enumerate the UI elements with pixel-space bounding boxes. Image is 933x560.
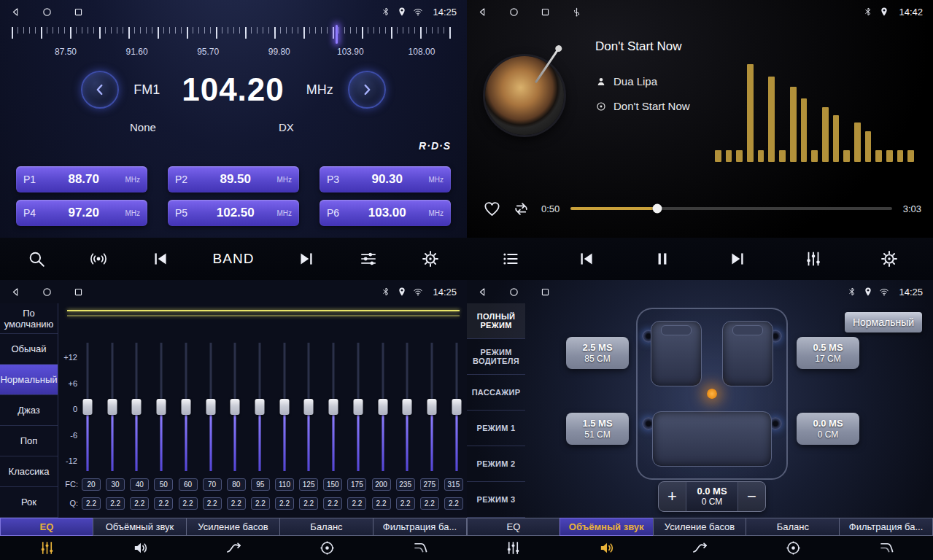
preset-p2[interactable]: P2 89.50 MHz: [168, 166, 299, 192]
fc-value-chip[interactable]: 40: [130, 478, 149, 491]
fc-value-chip[interactable]: 175: [347, 478, 366, 491]
eq-band-slider[interactable]: [107, 343, 118, 471]
eq-band-slider[interactable]: [205, 343, 217, 471]
frequency-ruler[interactable]: [12, 27, 455, 44]
surround-mode-item[interactable]: РЕЖИМ ВОДИТЕЛЯ: [467, 339, 525, 375]
fc-value-chip[interactable]: 315: [444, 478, 463, 491]
eq-band-slider[interactable]: [155, 343, 167, 471]
eq-band-slider[interactable]: [254, 343, 266, 471]
listening-position-dot[interactable]: [707, 389, 717, 399]
delay-front-left[interactable]: 2.5 MS 85 CM: [566, 337, 629, 369]
home-icon[interactable]: [508, 7, 519, 18]
q-value-chip[interactable]: 2.2: [227, 497, 246, 510]
tune-down-button[interactable]: [81, 71, 119, 109]
q-value-chip[interactable]: 2.2: [130, 497, 149, 510]
tab-surround-sound[interactable]: Объёмный звук: [93, 518, 187, 560]
eq-handle[interactable]: [181, 399, 190, 415]
seek-bar[interactable]: [570, 207, 891, 210]
eq-band-slider[interactable]: [303, 343, 314, 471]
eq-band-slider[interactable]: [451, 343, 462, 471]
eq-handle[interactable]: [157, 399, 166, 415]
q-value-chip[interactable]: 2.2: [347, 497, 366, 510]
tune-up-button[interactable]: [348, 71, 386, 109]
eq-handle[interactable]: [353, 399, 363, 415]
eq-band-slider[interactable]: [279, 343, 290, 471]
surround-mode-item[interactable]: ПАССАЖИР: [467, 375, 525, 411]
delay-rear-left[interactable]: 1.5 MS 51 CM: [566, 413, 629, 445]
tab-surround-sound[interactable]: Объёмный звук: [560, 518, 654, 560]
q-value-chip[interactable]: 2.2: [420, 497, 439, 510]
eq-band-slider[interactable]: [131, 343, 142, 471]
tuning-needle[interactable]: [336, 25, 338, 44]
home-icon[interactable]: [42, 7, 53, 18]
mixer-icon[interactable]: [804, 249, 823, 268]
surround-mode-item[interactable]: РЕЖИМ 1: [467, 411, 525, 446]
eq-band-slider[interactable]: [377, 343, 389, 471]
tab-eq[interactable]: EQ: [0, 518, 93, 560]
tab-bass-boost[interactable]: Усиление басов: [654, 518, 747, 560]
recents-icon[interactable]: [540, 7, 551, 18]
fc-value-chip[interactable]: 60: [179, 478, 198, 491]
eq-handle[interactable]: [304, 399, 314, 415]
q-value-chip[interactable]: 2.2: [275, 497, 294, 510]
recents-icon[interactable]: [540, 287, 551, 298]
q-value-chip[interactable]: 2.2: [179, 497, 198, 510]
fc-value-chip[interactable]: 275: [420, 478, 439, 491]
broadcast-icon[interactable]: [89, 249, 108, 268]
eq-preset-item[interactable]: Джаз: [0, 395, 58, 426]
tab-eq[interactable]: EQ: [467, 518, 560, 560]
q-value-chip[interactable]: 2.2: [251, 497, 270, 510]
tab-balance[interactable]: Баланс: [746, 518, 840, 560]
back-icon[interactable]: [10, 287, 21, 298]
preset-p6[interactable]: P6 103.00 MHz: [320, 200, 451, 226]
fc-value-chip[interactable]: 70: [203, 478, 222, 491]
pause-icon[interactable]: [653, 249, 672, 268]
fc-value-chip[interactable]: 80: [227, 478, 246, 491]
next-station-icon[interactable]: [297, 249, 316, 268]
q-value-chip[interactable]: 2.2: [106, 497, 125, 510]
sound-preset-button[interactable]: Нормальный: [845, 312, 922, 332]
fc-value-chip[interactable]: 95: [251, 478, 270, 491]
delay-front-right[interactable]: 0.5 MS 17 CM: [797, 337, 859, 369]
q-value-chip[interactable]: 2.2: [372, 497, 391, 510]
eq-band-slider[interactable]: [229, 343, 241, 471]
fc-value-chip[interactable]: 20: [82, 478, 101, 491]
q-value-chip[interactable]: 2.2: [203, 497, 222, 510]
delay-increase-button[interactable]: +: [659, 482, 686, 511]
tab-filter[interactable]: Фильтрация ба...: [373, 518, 467, 560]
tab-balance[interactable]: Баланс: [280, 518, 373, 560]
prev-station-icon[interactable]: [151, 249, 170, 268]
q-value-chip[interactable]: 2.2: [82, 497, 101, 510]
back-icon[interactable]: [477, 7, 488, 18]
surround-mode-item[interactable]: ПОЛНЫЙ РЕЖИМ: [467, 303, 525, 339]
eq-handle[interactable]: [403, 399, 412, 415]
eq-band-slider[interactable]: [426, 343, 438, 471]
surround-mode-item[interactable]: РЕЖИМ 3: [467, 482, 525, 518]
fc-value-chip[interactable]: 200: [372, 478, 391, 491]
eq-preset-item[interactable]: Рок: [0, 487, 58, 518]
back-icon[interactable]: [477, 287, 488, 298]
delay-decrease-button[interactable]: −: [738, 482, 765, 511]
eq-handle[interactable]: [378, 399, 387, 415]
eq-preset-item[interactable]: Обычай: [0, 334, 58, 365]
eq-handle[interactable]: [329, 399, 338, 415]
eq-handle[interactable]: [206, 399, 215, 415]
q-value-chip[interactable]: 2.2: [299, 497, 318, 510]
search-icon[interactable]: [27, 249, 46, 268]
eq-band-slider[interactable]: [180, 343, 192, 471]
eq-band-slider[interactable]: [352, 343, 364, 471]
band-button[interactable]: BAND: [213, 251, 255, 267]
fc-value-chip[interactable]: 125: [299, 478, 318, 491]
eq-band-slider[interactable]: [401, 343, 413, 471]
eq-handle[interactable]: [279, 399, 289, 415]
recents-icon[interactable]: [73, 7, 84, 18]
eq-band-slider[interactable]: [328, 343, 339, 471]
eq-band-slider[interactable]: [82, 343, 93, 471]
fc-value-chip[interactable]: 150: [323, 478, 342, 491]
fc-value-chip[interactable]: 235: [396, 478, 415, 491]
eq-sliders-icon[interactable]: [359, 249, 378, 268]
gear-icon[interactable]: [421, 249, 440, 268]
q-value-chip[interactable]: 2.2: [396, 497, 415, 510]
home-icon[interactable]: [42, 287, 53, 298]
tab-filter[interactable]: Фильтрация ба...: [840, 518, 933, 560]
